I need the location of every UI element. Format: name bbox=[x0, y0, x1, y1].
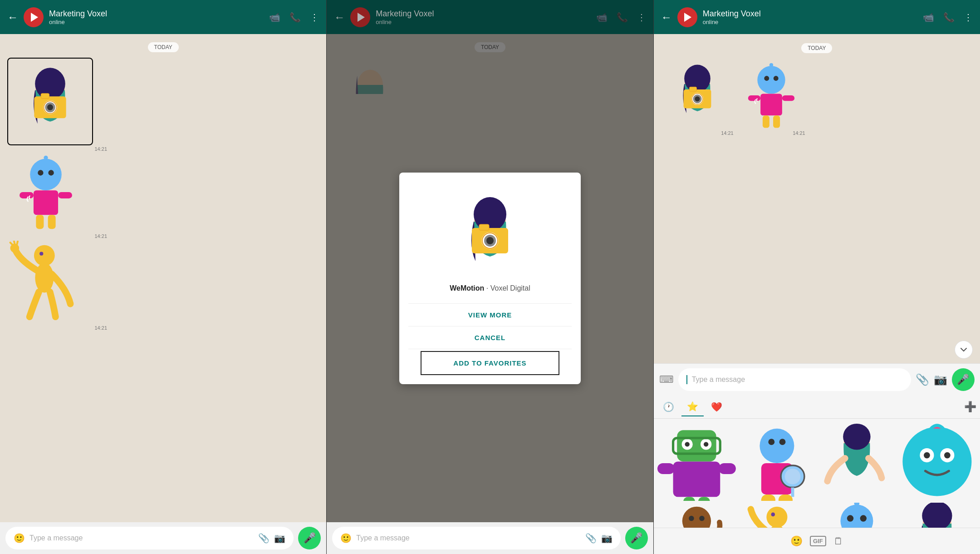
dialog-divider-3 bbox=[408, 349, 572, 349]
emoji-tab-icon[interactable]: 🙂 bbox=[790, 535, 803, 547]
right-back-button[interactable]: ← bbox=[661, 11, 672, 24]
add-to-favorites-button[interactable]: ADD TO FAVORITES bbox=[421, 351, 559, 375]
svg-point-81 bbox=[689, 516, 694, 521]
svg-rect-70 bbox=[761, 495, 775, 501]
contact-status: online bbox=[49, 19, 264, 25]
gif-button[interactable]: GIF bbox=[810, 536, 826, 546]
sticker-image-2[interactable] bbox=[7, 153, 84, 232]
more-options-icon[interactable]: ⋮ bbox=[310, 12, 319, 23]
svg-rect-48 bbox=[748, 95, 760, 101]
add-sticker-pack-button[interactable]: ➕ bbox=[964, 401, 976, 413]
picker-sticker-3[interactable] bbox=[818, 422, 896, 501]
attachment-icon[interactable]: 📎 bbox=[258, 533, 270, 544]
sticker-tab-icon[interactable]: 🗒 bbox=[833, 535, 843, 547]
left-input-field[interactable]: 🙂 Type a message 📎 📷 bbox=[5, 527, 294, 549]
scroll-down-button[interactable] bbox=[955, 341, 973, 359]
middle-input-placeholder[interactable]: Type a message bbox=[356, 534, 580, 542]
svg-point-27 bbox=[474, 197, 506, 232]
middle-header: ← Marketing Voxel online 📹 📞 ⋮ bbox=[327, 0, 653, 34]
sticker-image-1[interactable] bbox=[7, 58, 93, 145]
view-more-button[interactable]: VIEW MORE bbox=[408, 304, 572, 326]
dialog-pack-name: WeMotion · Voxel Digital bbox=[450, 284, 530, 292]
middle-more-icon[interactable]: ⋮ bbox=[637, 12, 646, 23]
middle-video-icon[interactable]: 📹 bbox=[596, 12, 608, 23]
svg-point-18 bbox=[34, 245, 55, 266]
svg-point-10 bbox=[48, 170, 54, 175]
svg-point-12 bbox=[44, 156, 48, 160]
right-attachment-icon[interactable]: 📎 bbox=[916, 373, 929, 386]
right-sticker-1[interactable]: 14:21 bbox=[661, 57, 734, 136]
picker-sticker-7[interactable] bbox=[818, 503, 896, 528]
middle-input-field[interactable]: 🙂 Type a message 📎 📷 bbox=[332, 527, 620, 549]
left-mic-button[interactable]: 🎤 bbox=[298, 527, 321, 549]
svg-point-79 bbox=[944, 452, 951, 459]
right-input-placeholder[interactable]: Type a message bbox=[692, 376, 903, 384]
right-more-icon[interactable]: ⋮ bbox=[964, 12, 973, 23]
msg-time-3: 14:21 bbox=[94, 325, 107, 331]
right-mic-icon: 🎤 bbox=[957, 374, 969, 386]
middle-phone-icon[interactable]: 📞 bbox=[617, 12, 628, 23]
svg-point-91 bbox=[847, 515, 853, 521]
svg-rect-32 bbox=[479, 224, 489, 230]
svg-point-78 bbox=[924, 452, 930, 459]
avatar-play-icon bbox=[31, 13, 38, 22]
svg-point-68 bbox=[784, 469, 800, 485]
recent-tab[interactable]: 🕐 bbox=[657, 398, 680, 416]
phone-call-icon[interactable]: 📞 bbox=[289, 12, 301, 23]
svg-rect-14 bbox=[20, 192, 34, 198]
left-chat-body: TODAY bbox=[0, 34, 326, 522]
left-input-placeholder[interactable]: Type a message bbox=[29, 534, 254, 542]
middle-mic-icon: 🎤 bbox=[630, 532, 642, 544]
svg-point-63 bbox=[760, 429, 794, 463]
right-contact-info: Marketing Voxel online bbox=[703, 9, 917, 25]
keyboard-icon[interactable]: ⌨ bbox=[659, 374, 674, 386]
picker-sticker-6[interactable] bbox=[738, 503, 816, 528]
right-input-field[interactable]: Type a message bbox=[678, 368, 911, 391]
message-sticker-1[interactable]: 14:21 bbox=[7, 58, 107, 152]
sticker-pack-dialog: WeMotion · Voxel Digital VIEW MORE CANCE… bbox=[399, 173, 581, 384]
middle-chat-body: TODAY 14:21 bbox=[327, 34, 653, 522]
svg-point-73 bbox=[843, 424, 871, 450]
sticker-image-3[interactable] bbox=[7, 241, 89, 324]
message-sticker-3[interactable]: 14:21 bbox=[7, 241, 107, 331]
starred-tab[interactable]: ⭐ bbox=[681, 397, 704, 416]
picker-sticker-1[interactable] bbox=[657, 422, 736, 501]
right-avatar-play-icon bbox=[684, 13, 691, 22]
svg-rect-13 bbox=[34, 190, 58, 215]
dialog-sticker-preview bbox=[445, 186, 535, 277]
emoji-icon[interactable]: 🙂 bbox=[14, 533, 25, 544]
middle-mic-button[interactable]: 🎤 bbox=[625, 527, 648, 549]
right-mic-button[interactable]: 🎤 bbox=[952, 368, 975, 391]
video-call-icon[interactable]: 📹 bbox=[269, 12, 280, 23]
picker-sticker-8[interactable] bbox=[898, 503, 976, 528]
middle-camera-icon[interactable]: 📷 bbox=[601, 533, 612, 544]
svg-point-43 bbox=[764, 76, 769, 81]
picker-sticker-4[interactable] bbox=[898, 422, 976, 501]
svg-point-9 bbox=[38, 170, 43, 175]
right-phone-icon[interactable]: 📞 bbox=[943, 12, 955, 23]
back-button[interactable]: ← bbox=[7, 11, 18, 24]
left-chat-content: TODAY bbox=[0, 34, 326, 522]
picker-sticker-5[interactable] bbox=[657, 503, 736, 528]
svg-point-31 bbox=[486, 237, 494, 244]
svg-point-56 bbox=[704, 442, 708, 446]
svg-rect-17 bbox=[48, 215, 56, 229]
message-sticker-2[interactable]: 14:21 bbox=[7, 153, 107, 239]
right-sticker-2[interactable]: 14:21 bbox=[737, 61, 805, 136]
picker-tab-bar: 🕐 ⭐ ❤️ ➕ bbox=[654, 395, 980, 419]
right-header: ← Marketing Voxel online 📹 📞 ⋮ bbox=[654, 0, 980, 34]
camera-icon[interactable]: 📷 bbox=[274, 533, 285, 544]
right-video-icon[interactable]: 📹 bbox=[923, 12, 934, 23]
contact-name: Marketing Voxel bbox=[49, 9, 264, 19]
middle-attachment-icon[interactable]: 📎 bbox=[585, 533, 597, 544]
right-date-badge: TODAY bbox=[801, 43, 832, 53]
svg-line-24 bbox=[17, 242, 18, 245]
picker-sticker-2[interactable] bbox=[738, 422, 816, 501]
middle-input-bar: 🙂 Type a message 📎 📷 🎤 bbox=[327, 522, 653, 554]
right-camera-icon[interactable]: 📷 bbox=[934, 373, 947, 386]
liked-tab[interactable]: ❤️ bbox=[706, 398, 728, 416]
middle-emoji-icon[interactable]: 🙂 bbox=[340, 533, 352, 544]
right-header-actions: 📹 📞 ⋮ bbox=[923, 12, 973, 23]
middle-back-button[interactable]: ← bbox=[334, 11, 345, 24]
cancel-button[interactable]: CANCEL bbox=[408, 326, 572, 349]
